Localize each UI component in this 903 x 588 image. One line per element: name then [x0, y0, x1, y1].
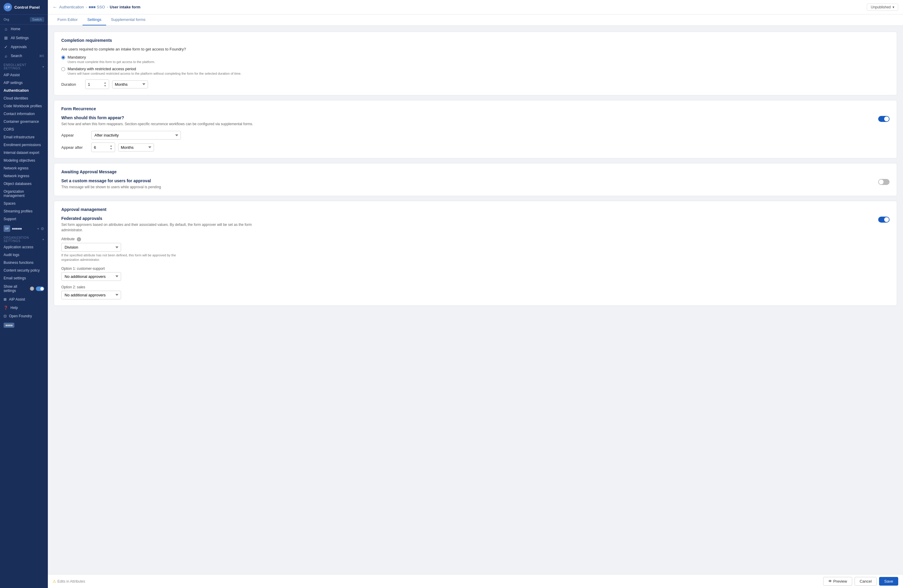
sidebar-item-aip-assist[interactable]: AIP Assist: [0, 71, 48, 79]
federated-toggle[interactable]: [878, 216, 890, 223]
gear-icon[interactable]: ⚙: [41, 226, 44, 231]
radio-mandatory: Mandatory Users must complete this form …: [61, 55, 890, 64]
save-button[interactable]: Save: [879, 577, 898, 586]
help-label: Help: [11, 306, 18, 310]
duration-value-input[interactable]: [88, 82, 103, 87]
attribute-select[interactable]: Division Department Team: [61, 243, 121, 252]
sidebar-item-content-security-policy[interactable]: Content security policy: [0, 267, 48, 274]
tab-settings[interactable]: Settings: [83, 14, 106, 25]
all-settings-icon: ⊞: [3, 36, 8, 40]
sidebar-item-code-workbook-profiles[interactable]: Code Workbook profiles: [0, 102, 48, 110]
option2-select[interactable]: No additional approvers Manager: [61, 291, 121, 299]
radio-restricted-input[interactable]: [61, 67, 65, 71]
home-label: Home: [11, 27, 20, 31]
org-selector-row[interactable]: OP ■■■■■ ▾ ⚙: [0, 223, 48, 234]
unpublished-badge[interactable]: Unpublished ▾: [867, 3, 898, 11]
appear-after-up-btn[interactable]: ▲: [110, 144, 112, 147]
completion-question: Are users required to complete an intake…: [61, 47, 890, 52]
sidebar-item-container-governance[interactable]: Container governance: [0, 118, 48, 125]
show-all-info-icon[interactable]: i: [30, 287, 34, 291]
tab-supplemental-forms[interactable]: Supplemental forms: [106, 14, 150, 25]
sidebar-item-spaces[interactable]: Spaces: [0, 199, 48, 207]
sidebar-item-internal-dataset-export[interactable]: Internal dataset export: [0, 149, 48, 157]
switch-button[interactable]: Switch: [30, 17, 44, 22]
appear-select[interactable]: After inactivity Always Never: [91, 131, 181, 140]
sidebar-item-network-egress[interactable]: Network egress: [0, 164, 48, 172]
sidebar-item-business-functions[interactable]: Business functions: [0, 259, 48, 267]
help-icon: ❓: [3, 306, 8, 310]
option2-label: Option 2: sales: [61, 285, 890, 289]
back-arrow-icon[interactable]: ←: [53, 5, 57, 10]
sidebar-item-search[interactable]: ⌕ Search ⌘K: [0, 52, 48, 60]
radio-mandatory-desc: Users must complete this form to get acc…: [68, 60, 155, 64]
sidebar-item-application-access[interactable]: Application access: [0, 243, 48, 251]
sidebar-item-organization-management[interactable]: Organization management: [0, 188, 48, 199]
appear-after-value-input[interactable]: [94, 145, 109, 150]
sidebar-item-all-settings[interactable]: ⊞ All Settings: [0, 33, 48, 42]
breadcrumb-sep-1: ›: [85, 5, 87, 9]
sidebar-item-help[interactable]: ❓ Help: [0, 304, 48, 312]
duration-down-btn[interactable]: ▼: [104, 84, 107, 87]
sidebar-item-home[interactable]: ⌂ Home: [0, 25, 48, 33]
preview-eye-icon: 👁: [828, 579, 832, 583]
attribute-label: Attribute: [61, 237, 75, 241]
appear-after-spinner: ▲ ▼: [110, 144, 112, 150]
option1-select[interactable]: No additional approvers Manager: [61, 272, 121, 281]
recurrence-when-title: When should this form appear?: [61, 115, 878, 120]
open-foundry-icon: ⊡: [3, 314, 6, 318]
federated-row: Federated approvals Set form approvers b…: [61, 216, 890, 233]
appear-after-down-btn[interactable]: ▼: [110, 147, 112, 150]
aip-assist-label: AIP Assist: [9, 297, 25, 301]
sidebar-item-modeling-objectives[interactable]: Modeling objectives: [0, 157, 48, 164]
appear-after-unit-select[interactable]: Months Days Weeks: [118, 143, 154, 152]
breadcrumb-auth[interactable]: Authentication: [59, 5, 84, 9]
sidebar-item-aip-settings[interactable]: AIP settings: [0, 79, 48, 87]
search-label: Search: [11, 54, 22, 58]
sidebar-item-open-foundry[interactable]: ⊡ Open Foundry: [0, 312, 48, 320]
sidebar-item-aip-assist-bottom[interactable]: ⊠ AIP Assist: [0, 295, 48, 304]
sidebar-item-email-infrastructure[interactable]: Email infrastructure: [0, 133, 48, 141]
bottom-org-row: ■■■■: [0, 320, 48, 330]
cancel-button[interactable]: Cancel: [854, 577, 877, 586]
preview-button[interactable]: 👁 Preview: [823, 577, 852, 586]
approval-msg-toggle[interactable]: [878, 179, 890, 185]
show-all-toggle[interactable]: [36, 287, 44, 291]
duration-input-wrap: ▲ ▼: [85, 80, 109, 89]
sidebar-item-audit-logs[interactable]: Audit logs: [0, 251, 48, 259]
home-icon: ⌂: [3, 27, 8, 31]
sidebar-item-email-settings[interactable]: Email settings: [0, 274, 48, 282]
main-area: ← Authentication › ■■■ SSO › User intake…: [48, 0, 903, 588]
org-badge: OP: [3, 225, 10, 232]
federated-title: Federated approvals: [61, 216, 878, 221]
duration-up-btn[interactable]: ▲: [104, 81, 107, 84]
sidebar-item-streaming-profiles[interactable]: Streaming profiles: [0, 207, 48, 215]
federated-text: Federated approvals Set form approvers b…: [61, 216, 878, 233]
sidebar-item-cloud-identities[interactable]: Cloud identities: [0, 94, 48, 102]
sidebar-item-cors[interactable]: CORS: [0, 125, 48, 133]
aip-assist-icon: ⊠: [3, 297, 6, 301]
show-all-settings-label[interactable]: Show all settings: [3, 284, 28, 293]
sidebar-item-network-ingress[interactable]: Network ingress: [0, 172, 48, 180]
attribute-info-icon[interactable]: i: [77, 237, 81, 241]
sidebar-item-object-databases[interactable]: Object databases: [0, 180, 48, 188]
footer-info: ⚠ Edits in Attributes: [53, 579, 821, 583]
sidebar-item-contact-information[interactable]: Contact information: [0, 110, 48, 118]
radio-restricted-label: Mandatory with restricted access period: [68, 67, 241, 71]
sidebar-switch-row: Org Switch: [0, 15, 48, 25]
awaiting-approval-card: Awaiting Approval Message Set a custom m…: [54, 163, 897, 196]
sidebar-item-authentication[interactable]: Authentication: [0, 87, 48, 94]
sidebar-item-support[interactable]: Support: [0, 215, 48, 223]
sidebar-item-approvals[interactable]: ✓ Approvals: [0, 42, 48, 52]
option1-label: Option 1: customer-support: [61, 267, 890, 271]
org-section-chevron: ▾: [42, 238, 44, 241]
custom-msg-desc: This message will be shown to users whil…: [61, 184, 271, 190]
sidebar-item-enrollment-permissions[interactable]: Enrollment permissions: [0, 141, 48, 149]
tab-form-editor[interactable]: Form Editor: [53, 14, 83, 25]
approval-msg-text: Set a custom message for users for appro…: [61, 179, 878, 190]
radio-mandatory-input[interactable]: [61, 56, 65, 60]
approval-msg-row: Set a custom message for users for appro…: [61, 179, 890, 190]
recurrence-toggle[interactable]: [878, 116, 890, 122]
breadcrumb-sso[interactable]: ■■■ SSO: [88, 5, 105, 9]
unpublished-chevron: ▾: [892, 5, 894, 9]
duration-unit-select[interactable]: Months Days Weeks: [112, 80, 148, 88]
